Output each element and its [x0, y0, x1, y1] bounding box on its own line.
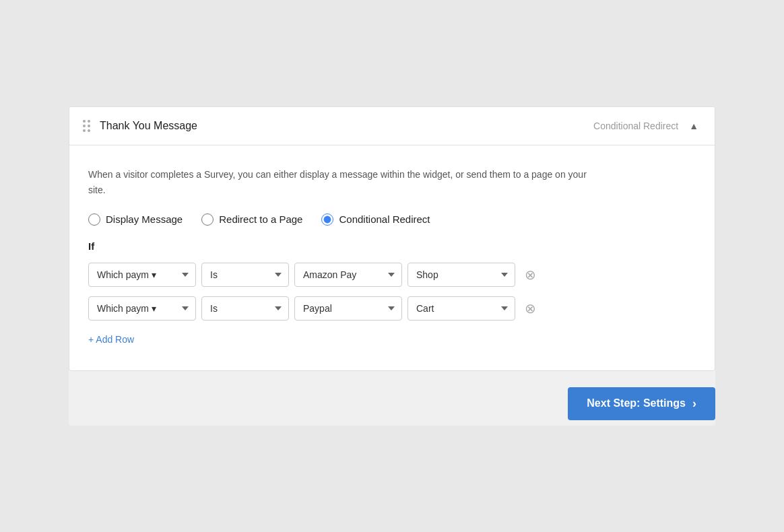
add-row-button[interactable]: + Add Row [88, 330, 134, 349]
radio-group: Display Message Redirect to a Page Condi… [88, 213, 696, 226]
collapse-button[interactable]: ▲ [686, 118, 701, 134]
radio-label-redirect-page: Redirect to a Page [219, 213, 302, 225]
radio-label-conditional-redirect: Conditional Redirect [339, 213, 430, 225]
radio-conditional-redirect[interactable] [321, 213, 333, 226]
radio-label-display-message: Display Message [106, 213, 183, 225]
condition-2-value-select[interactable]: Amazon Pay Paypal [294, 296, 402, 321]
card-header: Thank You Message Conditional Redirect ▲ [69, 107, 715, 145]
radio-redirect-page[interactable] [201, 213, 214, 226]
card-body: When a visitor completes a Survey, you c… [69, 145, 715, 370]
radio-option-redirect-page[interactable]: Redirect to a Page [201, 213, 302, 226]
radio-option-conditional-redirect[interactable]: Conditional Redirect [321, 213, 430, 226]
condition-1-field-select[interactable]: Which paym ▾ [88, 263, 196, 287]
radio-display-message[interactable] [88, 213, 100, 226]
condition-1-page-select[interactable]: Shop Cart [407, 263, 515, 287]
drag-handle[interactable] [83, 120, 90, 132]
condition-2-operator-select[interactable]: Is Is Not [201, 296, 289, 321]
condition-1-value-select[interactable]: Amazon Pay Paypal [294, 263, 402, 287]
condition-2-remove-button[interactable]: ⊗ [521, 299, 540, 318]
condition-1-remove-button[interactable]: ⊗ [521, 265, 540, 284]
radio-option-display-message[interactable]: Display Message [88, 213, 183, 226]
if-label: If [88, 240, 696, 252]
condition-row-2: Which paym ▾ Is Is Not Amazon Pay Paypal… [88, 296, 696, 321]
condition-row-1: Which paym ▾ Is Is Not Amazon Pay Paypal… [88, 263, 696, 287]
condition-2-field-select[interactable]: Which paym ▾ [88, 296, 196, 321]
next-step-button[interactable]: Next Step: Settings › [568, 387, 715, 420]
footer-bar: Next Step: Settings › [69, 371, 715, 426]
condition-1-operator-select[interactable]: Is Is Not [201, 263, 289, 287]
condition-2-page-select[interactable]: Shop Cart [407, 296, 515, 321]
chevron-right-icon: › [692, 397, 696, 411]
card-action-label: Conditional Redirect [593, 121, 678, 131]
description-text: When a visitor completes a Survey, you c… [88, 167, 600, 197]
card-title: Thank You Message [100, 120, 593, 132]
next-step-label: Next Step: Settings [587, 397, 686, 409]
